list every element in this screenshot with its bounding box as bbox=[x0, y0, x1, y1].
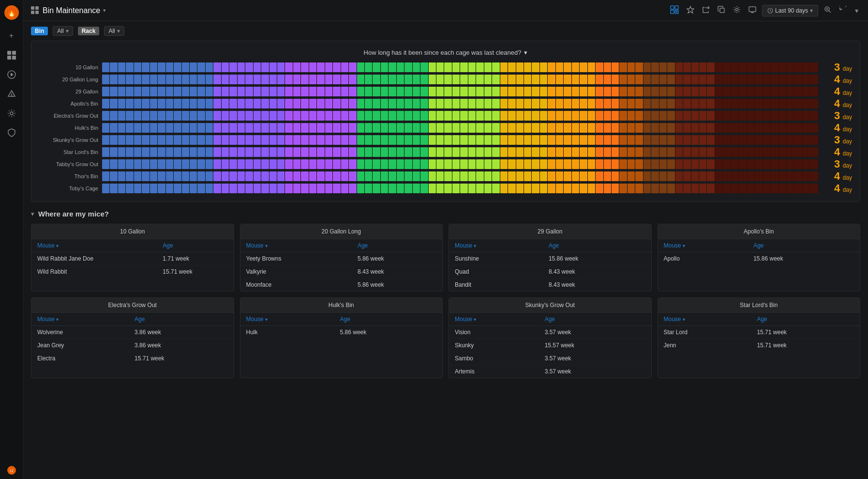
cage-table: Mouse ▾AgeVision3.57 weekSkunky15.57 wee… bbox=[449, 313, 651, 378]
chart-bar-segment bbox=[739, 159, 746, 169]
chart-bar-segment bbox=[572, 99, 579, 108]
chart-bar-segment bbox=[492, 171, 499, 181]
chart-bar-segment bbox=[619, 135, 627, 145]
chart-bar-segment bbox=[404, 184, 412, 193]
time-range-button[interactable]: Last 90 days ▾ bbox=[762, 5, 818, 16]
chart-bar-segment bbox=[508, 62, 515, 72]
refresh-icon[interactable] bbox=[838, 4, 849, 17]
chart-bar-segment bbox=[787, 62, 794, 72]
table-row[interactable]: Sunshine15.86 week bbox=[449, 252, 651, 265]
chart-bar-segment bbox=[365, 99, 372, 108]
chart-bar-segment bbox=[404, 147, 412, 157]
table-row[interactable]: Bandit8.43 week bbox=[449, 278, 651, 292]
sidebar-shield-icon[interactable] bbox=[3, 124, 20, 141]
chart-bar-segment bbox=[715, 62, 722, 72]
sidebar-explore-icon[interactable] bbox=[3, 66, 20, 83]
chart-bar-segment bbox=[747, 75, 754, 84]
table-row[interactable]: Valkyrie8.43 week bbox=[240, 265, 443, 278]
col-mouse-header[interactable]: Mouse ▾ bbox=[658, 239, 748, 252]
monitor-icon[interactable] bbox=[747, 4, 758, 17]
sidebar-add-icon[interactable]: + bbox=[3, 27, 20, 45]
table-row[interactable]: Wild Rabbit15.71 week bbox=[31, 265, 234, 278]
zoom-icon[interactable] bbox=[822, 4, 834, 17]
chart-bar-segment bbox=[373, 184, 380, 193]
chart-bar-segment bbox=[293, 184, 300, 193]
chart-bar-segment bbox=[771, 62, 778, 72]
chart-bar-segment bbox=[357, 87, 364, 96]
chart-bar-segment bbox=[460, 135, 467, 145]
mouse-age: 5.86 week bbox=[352, 278, 442, 292]
chart-bar-segment bbox=[325, 62, 332, 72]
chart-bar-segment bbox=[747, 159, 754, 169]
table-row[interactable]: Star Lord15.71 week bbox=[658, 326, 860, 339]
col-age-header[interactable]: Age bbox=[334, 313, 442, 326]
col-mouse-header[interactable]: Mouse ▾ bbox=[31, 313, 129, 326]
chart-bar-segment bbox=[126, 75, 133, 84]
sidebar-user-icon[interactable]: U bbox=[3, 462, 20, 479]
copy-icon[interactable] bbox=[716, 4, 727, 17]
col-mouse-header[interactable]: Mouse ▾ bbox=[240, 239, 352, 252]
title-dropdown-icon[interactable]: ▾ bbox=[103, 7, 106, 14]
chart-bar-segment bbox=[206, 135, 213, 145]
chart-bar-segment bbox=[349, 111, 356, 121]
add-panel-icon[interactable] bbox=[668, 3, 681, 17]
table-row[interactable]: Quad8.43 week bbox=[449, 265, 651, 278]
table-row[interactable]: Electra15.71 week bbox=[31, 352, 234, 365]
col-age-header[interactable]: Age bbox=[157, 239, 233, 252]
col-age-header[interactable]: Age bbox=[748, 239, 860, 252]
chart-bar-segment bbox=[285, 87, 292, 96]
chart-dropdown-icon[interactable]: ▾ bbox=[524, 49, 527, 56]
chart-bar-segment bbox=[556, 135, 563, 145]
chart-bar-segment bbox=[222, 75, 229, 84]
app-logo[interactable]: 🔥 bbox=[4, 5, 19, 20]
table-row[interactable]: Sambo3.57 week bbox=[449, 352, 651, 365]
sidebar-alert-icon[interactable] bbox=[3, 85, 20, 103]
section-collapse-icon[interactable]: ▾ bbox=[31, 210, 34, 217]
col-age-header[interactable]: Age bbox=[352, 239, 442, 252]
table-row[interactable]: Wild Rabbit Jane Doe1.71 week bbox=[31, 252, 234, 265]
table-row[interactable]: Moonface5.86 week bbox=[240, 278, 443, 292]
chart-bar-segment bbox=[397, 184, 404, 193]
more-options-icon[interactable]: ▾ bbox=[853, 5, 860, 16]
bin-filter-select[interactable]: All ▾ bbox=[53, 26, 73, 36]
table-row[interactable]: Wolverine3.86 week bbox=[31, 326, 234, 339]
rack-filter-select[interactable]: All ▾ bbox=[104, 26, 124, 36]
chart-bar-segment bbox=[110, 111, 117, 121]
table-row[interactable]: Vision3.57 week bbox=[449, 326, 651, 339]
col-mouse-header[interactable]: Mouse ▾ bbox=[658, 313, 751, 326]
table-row[interactable]: Artemis3.57 week bbox=[449, 365, 651, 378]
settings-icon[interactable] bbox=[731, 4, 743, 17]
chart-bar-segment bbox=[794, 171, 802, 181]
col-age-header[interactable]: Age bbox=[539, 313, 651, 326]
chart-bar-segment bbox=[142, 75, 149, 84]
table-row[interactable]: Skunky15.57 week bbox=[449, 339, 651, 352]
col-age-header[interactable]: Age bbox=[751, 313, 860, 326]
table-row[interactable]: Jean Grey3.86 week bbox=[31, 339, 234, 352]
sidebar-dashboard-icon[interactable] bbox=[3, 46, 20, 64]
table-row[interactable]: Yeety Browns5.86 week bbox=[240, 252, 443, 265]
table-row[interactable]: Jenn15.71 week bbox=[658, 339, 860, 352]
chart-bar-segment bbox=[635, 99, 643, 108]
mouse-name: Wolverine bbox=[31, 326, 129, 339]
chart-bar-segment bbox=[182, 62, 189, 72]
chart-bar-segment bbox=[229, 111, 237, 121]
sidebar-settings-icon[interactable] bbox=[3, 105, 20, 122]
share-icon[interactable] bbox=[700, 4, 712, 17]
chart-bar-segment bbox=[436, 62, 444, 72]
table-row[interactable]: Apollo15.86 week bbox=[658, 252, 860, 265]
svg-rect-24 bbox=[720, 8, 724, 13]
col-mouse-header[interactable]: Mouse ▾ bbox=[449, 239, 543, 252]
mice-section-header[interactable]: ▾ Where are my mice? bbox=[31, 210, 860, 218]
col-mouse-header[interactable]: Mouse ▾ bbox=[31, 239, 157, 252]
star-icon[interactable] bbox=[685, 4, 696, 17]
col-mouse-header[interactable]: Mouse ▾ bbox=[240, 313, 334, 326]
col-age-header[interactable]: Age bbox=[543, 239, 651, 252]
chart-bar-segment bbox=[206, 171, 213, 181]
chart-bar-segment bbox=[731, 184, 738, 193]
chart-bar-segment bbox=[174, 184, 181, 193]
chart-bar-segment bbox=[484, 111, 492, 121]
chart-bar-segment bbox=[341, 99, 348, 108]
col-age-header[interactable]: Age bbox=[129, 313, 233, 326]
col-mouse-header[interactable]: Mouse ▾ bbox=[449, 313, 539, 326]
table-row[interactable]: Hulk5.86 week bbox=[240, 326, 443, 339]
